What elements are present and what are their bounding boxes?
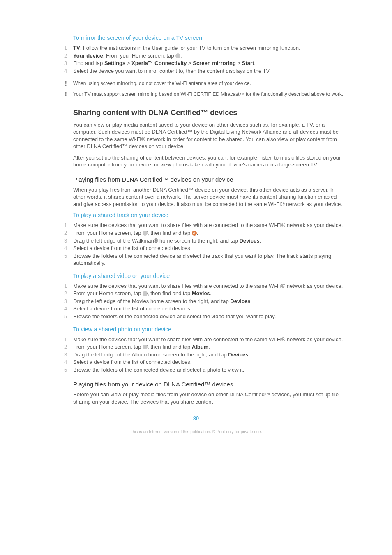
footnote: This is an Internet version of this publ… bbox=[45, 430, 347, 434]
ui-path-connectivity: Xperia™ Connectivity bbox=[131, 60, 187, 66]
step-text: Drag the left edge of the Album home scr… bbox=[73, 352, 228, 358]
ui-path-start: Start bbox=[242, 60, 254, 66]
ui-label-devices: Devices bbox=[228, 352, 248, 358]
step-text: . bbox=[254, 60, 256, 66]
warning-note: !When using screen mirroring, do not cov… bbox=[45, 80, 347, 87]
list-item: Find and tap Settings > Xperia™ Connecti… bbox=[45, 60, 347, 67]
ui-label-movies: Movies bbox=[192, 290, 210, 296]
paragraph: After you set up the sharing of content … bbox=[73, 154, 347, 169]
paragraph: Before you can view or play media files … bbox=[73, 391, 347, 405]
step-text: Drag the left edge of the Movies home sc… bbox=[73, 298, 230, 304]
warning-note: !Your TV must support screen mirroring b… bbox=[45, 91, 347, 97]
heading-play-on: Playing files from your device on DLNA C… bbox=[73, 381, 347, 388]
page-number: 89 bbox=[45, 415, 347, 421]
list-item: Select a device from the list of connect… bbox=[45, 245, 347, 252]
ui-label-devices: Devices bbox=[230, 298, 250, 304]
list-item: Browse the folders of the connected devi… bbox=[45, 366, 347, 374]
separator: > bbox=[236, 60, 242, 66]
warning-text: Your TV must support screen mirroring ba… bbox=[73, 91, 343, 97]
step-text: . bbox=[250, 298, 252, 304]
procedure-title-track: To play a shared track on your device bbox=[73, 212, 347, 218]
list-item: Browse the folders of the connected devi… bbox=[45, 252, 347, 267]
steps-photo: Make sure the devices that you want to s… bbox=[45, 336, 347, 374]
step-text: : From your Home screen, tap bbox=[103, 53, 175, 59]
list-item: From your Home screen, tap , then find a… bbox=[45, 229, 347, 237]
list-item: Browse the folders of the connected devi… bbox=[45, 313, 347, 320]
apps-icon bbox=[143, 231, 148, 236]
list-item: Select the device you want to mirror con… bbox=[45, 67, 347, 75]
ui-path-settings: Settings bbox=[104, 60, 125, 66]
apps-icon bbox=[175, 53, 180, 58]
list-item: Select a device from the list of connect… bbox=[45, 358, 347, 366]
paragraph: When you play files from another DLNA Ce… bbox=[73, 186, 347, 208]
step-label: Your device bbox=[73, 53, 103, 59]
list-item: Drag the left edge of the Album home scr… bbox=[45, 351, 347, 358]
exclamation-icon: ! bbox=[65, 90, 67, 98]
list-item: TV: Follow the instructions in the User … bbox=[45, 44, 347, 52]
separator: > bbox=[187, 60, 193, 66]
step-text: . bbox=[248, 352, 250, 358]
procedure-title-mirror: To mirror the screen of your device on a… bbox=[73, 35, 347, 41]
step-text: From your Home screen, tap bbox=[73, 230, 143, 236]
steps-track: Make sure the devices that you want to s… bbox=[45, 222, 347, 266]
step-text: From your Home screen, tap bbox=[73, 290, 143, 296]
step-text: . bbox=[197, 230, 198, 236]
step-text: . bbox=[208, 344, 210, 350]
apps-icon bbox=[143, 291, 148, 296]
step-text: , then find and tap bbox=[148, 230, 192, 236]
heading-dlna: Sharing content with DLNA Certified™ dev… bbox=[73, 109, 347, 117]
step-text: , then find and tap bbox=[148, 290, 192, 296]
steps-video: Make sure the devices that you want to s… bbox=[45, 282, 347, 320]
list-item: Drag the left edge of the Walkman® home … bbox=[45, 237, 347, 245]
step-text: Drag the left edge of the Walkman® home … bbox=[73, 238, 239, 244]
heading-play-from: Playing files from DLNA Certified™ devic… bbox=[73, 176, 347, 183]
walkman-icon bbox=[192, 231, 197, 236]
ui-path-screen-mirroring: Screen mirroring bbox=[193, 60, 236, 66]
step-text: From your Home screen, tap bbox=[73, 344, 143, 350]
ui-label-devices: Devices bbox=[239, 238, 259, 244]
exclamation-icon: ! bbox=[65, 80, 67, 88]
procedure-title-photo: To view a shared photo on your device bbox=[73, 326, 347, 333]
list-item: Make sure the devices that you want to s… bbox=[45, 222, 347, 229]
list-item: Drag the left edge of the Movies home sc… bbox=[45, 298, 347, 305]
ui-label-album: Album bbox=[192, 344, 208, 350]
step-text: . bbox=[260, 238, 261, 244]
warning-text: When using screen mirroring, do not cove… bbox=[73, 81, 251, 86]
separator: > bbox=[125, 60, 131, 66]
apps-icon bbox=[143, 345, 148, 349]
step-text: . bbox=[210, 290, 212, 296]
step-label: TV bbox=[73, 45, 80, 51]
list-item: Make sure the devices that you want to s… bbox=[45, 282, 347, 290]
steps-mirror: TV: Follow the instructions in the User … bbox=[45, 44, 347, 74]
step-text: , then find and tap bbox=[148, 344, 192, 350]
step-text: : Follow the instructions in the User gu… bbox=[80, 45, 300, 51]
list-item: Make sure the devices that you want to s… bbox=[45, 336, 347, 343]
list-item: Your device: From your Home screen, tap … bbox=[45, 52, 347, 60]
step-text: Find and tap bbox=[73, 60, 104, 66]
procedure-title-video: To play a shared video on your device bbox=[73, 273, 347, 279]
list-item: From your Home screen, tap , then find a… bbox=[45, 290, 347, 297]
list-item: Select a device from the list of connect… bbox=[45, 305, 347, 312]
list-item: From your Home screen, tap , then find a… bbox=[45, 343, 347, 351]
paragraph: You can view or play media content saved… bbox=[73, 121, 347, 150]
document-page: To mirror the screen of your device on a… bbox=[0, 0, 392, 555]
